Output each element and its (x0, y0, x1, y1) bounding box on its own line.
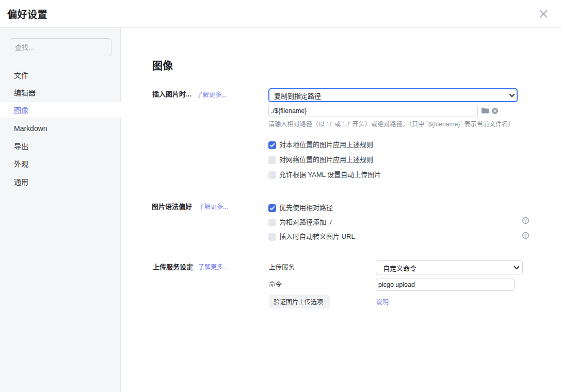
svg-text:?: ? (524, 233, 527, 238)
svg-text:?: ? (524, 218, 527, 223)
